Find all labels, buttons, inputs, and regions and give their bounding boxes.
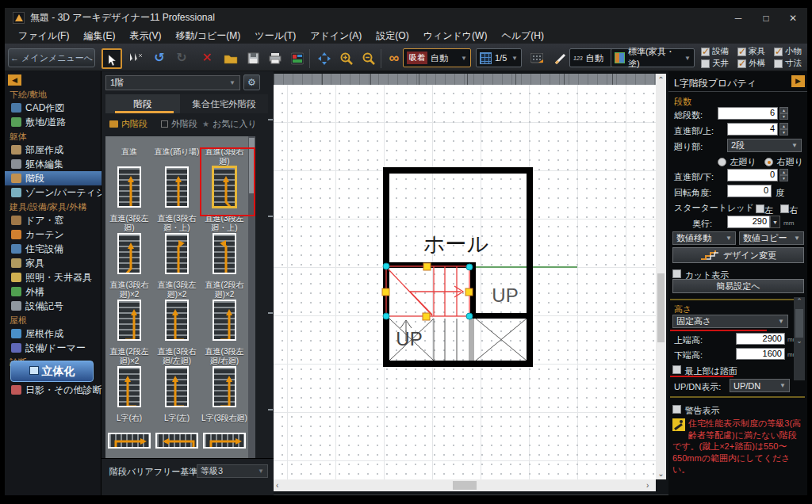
stair-type-item[interactable]: 直進(3段左廻)×2 xyxy=(153,281,201,347)
stair-type-item[interactable]: 直進(3段左廻・上) xyxy=(201,214,248,281)
layer-checkbox[interactable] xyxy=(737,59,746,68)
menu-item[interactable]: 表示(V) xyxy=(122,29,168,44)
minimize-button[interactable]: ─ xyxy=(726,8,751,29)
pdf-export-icon[interactable] xyxy=(287,48,308,69)
grid-scale-select[interactable]: 1/5▼ xyxy=(476,48,522,67)
open-file-icon[interactable] xyxy=(220,48,241,69)
menu-item[interactable]: ヘルプ(H) xyxy=(494,29,551,44)
subtab-exterior-stairs[interactable]: 外階段 xyxy=(161,117,197,131)
stair-type-item[interactable]: 直進(3段右廻)×2 xyxy=(105,281,153,347)
sidebar-item[interactable]: 家具 xyxy=(5,256,102,270)
scroll-down-icon[interactable]: ⌄ xyxy=(656,469,666,478)
cut-display-checkbox[interactable] xyxy=(672,269,681,278)
top-tread-checkbox[interactable] xyxy=(672,365,681,374)
straight-lower-spin-down[interactable]: ▼ xyxy=(779,175,788,181)
stair-type-item[interactable]: 直進(2段右廻)×2 xyxy=(201,281,248,347)
sidebar-item[interactable]: ゾーン/パーティション xyxy=(5,185,102,200)
sidebar-item[interactable]: 住宅設備 xyxy=(5,242,102,256)
fit-view-icon[interactable] xyxy=(314,48,335,69)
sidebar-item[interactable]: ドア・窓 xyxy=(5,213,102,227)
multi-select-icon[interactable] xyxy=(125,48,146,69)
stair-type-item[interactable]: 直進 xyxy=(105,147,153,214)
straight-lower-input[interactable]: 0 xyxy=(727,169,778,181)
splitter-handle[interactable] xyxy=(268,216,273,217)
layer-checkbox[interactable] xyxy=(774,48,783,56)
keypad-icon[interactable] xyxy=(527,48,547,69)
menu-item[interactable]: 移動/コピー(M) xyxy=(168,29,247,44)
stair-type-item[interactable]: L字(左) xyxy=(153,414,201,458)
splitter-handle[interactable] xyxy=(268,119,273,120)
total-steps-spin-up[interactable]: ▲ xyxy=(779,107,788,113)
layer-checkbox[interactable] xyxy=(737,48,746,56)
straight-lower-spin-up[interactable]: ▲ xyxy=(779,169,788,175)
stair-type-item[interactable]: 直進(3段左廻/右廻) xyxy=(201,347,248,414)
menu-item[interactable]: ツール(T) xyxy=(247,29,303,44)
stair-type-item[interactable]: 直進(2段左廻)×2 xyxy=(105,347,153,414)
snap-mode-select[interactable]: 吸着 自動▼ xyxy=(403,48,471,67)
total-steps-input[interactable]: 6 xyxy=(718,107,778,120)
sidebar-item[interactable]: 日影・その他診断 xyxy=(5,383,102,397)
total-steps-spin-down[interactable]: ▼ xyxy=(779,113,788,120)
delete-icon[interactable]: ✕ xyxy=(197,48,217,69)
sidebar-item[interactable]: CAD作図 xyxy=(5,101,102,115)
simple-settings-button[interactable]: 簡易設定へ xyxy=(672,279,804,293)
gear-icon[interactable]: ⚙ xyxy=(243,74,260,90)
splitter-handle[interactable] xyxy=(268,312,273,314)
top-height-input[interactable]: 2900 xyxy=(736,333,785,345)
splitter-handle[interactable] xyxy=(268,409,273,410)
print-icon[interactable] xyxy=(265,48,285,69)
stair-type-item[interactable]: 直進(3段右廻/左廻) xyxy=(153,347,201,414)
barrier-free-select[interactable]: 等級3▼ xyxy=(197,464,268,478)
radio-right-turn[interactable] xyxy=(764,158,773,166)
menu-item[interactable]: アドイン(A) xyxy=(303,29,369,44)
numeric-move-button[interactable]: 数値移動▼ xyxy=(672,231,736,245)
layer-checkbox[interactable] xyxy=(774,59,783,68)
sidebar-item[interactable]: 設備/ドーマー xyxy=(5,341,102,355)
sidebar-item[interactable]: 屋根作成 xyxy=(5,326,102,341)
scroll-up-icon[interactable]: ⌃ xyxy=(656,75,666,84)
menu-item[interactable]: 編集(E) xyxy=(76,29,122,44)
zoom-in-icon[interactable] xyxy=(336,48,357,69)
continuous-input-icon[interactable]: ∞ xyxy=(384,48,404,69)
height-mode-select[interactable]: 固定高さ▼ xyxy=(672,315,788,328)
subtab-favorites[interactable]: ★お気に入り xyxy=(202,117,257,131)
radio-left-turn[interactable] xyxy=(718,158,726,166)
menu-item[interactable]: ウィンドウ(W) xyxy=(416,29,495,44)
stair-type-item[interactable]: 直進(3段左廻) xyxy=(105,214,153,281)
bottom-height-input[interactable]: 1600 xyxy=(736,348,785,360)
stair-type-item[interactable]: L字(3段右廻) xyxy=(201,414,248,458)
sidebar-item[interactable]: 外構 xyxy=(5,284,102,299)
sidebar-item[interactable]: カーテン xyxy=(5,227,102,242)
vertical-scroll-thumb[interactable] xyxy=(657,273,665,342)
solid-view-button[interactable]: 立体化 xyxy=(10,361,94,382)
pen-icon[interactable] xyxy=(550,48,571,69)
sidebar-item[interactable]: 部屋作成 xyxy=(5,143,102,157)
maximize-button[interactable]: □ xyxy=(753,8,779,29)
winder-select[interactable]: 2段▼ xyxy=(727,139,802,152)
floor-select[interactable]: 1階▼ xyxy=(105,75,240,90)
sidebar-item[interactable]: 照明・天井器具 xyxy=(5,270,102,284)
straight-upper-spin-down[interactable]: ▼ xyxy=(779,129,788,136)
starter-left-checkbox[interactable] xyxy=(756,204,764,213)
menu-item[interactable]: ファイル(F) xyxy=(11,29,76,44)
straight-upper-input[interactable]: 4 xyxy=(727,123,778,136)
panel-collapse-icon[interactable]: ▶ xyxy=(791,75,805,87)
straight-upper-spin-up[interactable]: ▲ xyxy=(779,123,788,129)
layer-checkbox[interactable] xyxy=(701,48,710,56)
warning-toggle-checkbox[interactable] xyxy=(672,405,681,414)
design-change-button[interactable]: デザイン変更 xyxy=(672,247,804,263)
section-scroll-thumb[interactable] xyxy=(795,309,803,338)
sidebar-item[interactable]: 敷地/道路 xyxy=(5,115,102,129)
sidebar-item[interactable]: 設備記号 xyxy=(5,299,102,313)
tab-apartment-stairs[interactable]: 集合住宅外階段 xyxy=(180,94,268,113)
scroll-right-icon[interactable]: › xyxy=(646,481,649,490)
sidebar-item[interactable]: 躯体編集 xyxy=(5,157,102,171)
main-menu-button[interactable]: ← メインメニューへ xyxy=(8,48,95,67)
zoom-out-icon[interactable] xyxy=(358,48,379,69)
undo-icon[interactable]: ↺ xyxy=(149,48,170,69)
menu-item[interactable]: 設定(O) xyxy=(369,29,416,44)
rotation-input[interactable]: 0 xyxy=(727,185,772,197)
sidebar-collapse-icon[interactable]: ◀ xyxy=(8,74,21,86)
horizontal-scroll-thumb[interactable] xyxy=(453,481,477,490)
stair-type-item[interactable]: L字(右) xyxy=(105,414,153,458)
